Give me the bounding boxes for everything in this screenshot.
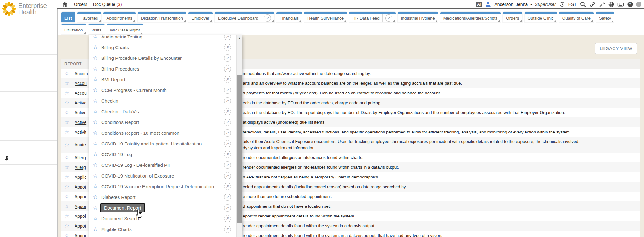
sidebar-item[interactable] <box>0 128 57 141</box>
sidebar-item[interactable] <box>0 141 57 153</box>
open-in-new-section[interactable]: ↗ <box>224 129 231 137</box>
open-in-new-section[interactable]: ↗ <box>224 44 231 51</box>
report-link[interactable]: Active <box>75 120 89 125</box>
favorite-star-icon[interactable]: ☆ <box>61 80 75 87</box>
dropdown-scrollbar[interactable]: ▲ <box>236 35 242 237</box>
open-in-new-icon[interactable]: ↗ <box>224 161 231 169</box>
open-in-new-icon[interactable]: ↗ <box>385 14 392 22</box>
report-menu-item-label[interactable]: BMI Report <box>101 77 125 82</box>
report-menu-item-label[interactable]: COVID-19 Fatality and In-patient Hospita… <box>101 141 202 146</box>
open-in-new-section[interactable]: ↗ <box>224 35 231 40</box>
favorite-star-icon[interactable]: ☆ <box>91 98 99 104</box>
favorite-star-icon[interactable]: ☆ <box>61 109 75 116</box>
open-in-new-section[interactable]: ↗ <box>224 161 231 169</box>
open-in-new-section[interactable]: ↗ <box>224 151 231 158</box>
tab[interactable]: Orders ↗ <box>503 12 522 22</box>
app-logo[interactable]: Enterprise Health <box>0 0 57 18</box>
favorite-star-icon[interactable]: ☆ <box>91 76 99 83</box>
open-in-new-icon[interactable]: ↗ <box>224 54 231 62</box>
report-menu-item-label[interactable]: Audiometric Testing <box>101 35 142 39</box>
open-in-new-icon[interactable]: ↗ <box>224 119 231 126</box>
favorite-star-icon[interactable]: ☆ <box>61 154 75 161</box>
report-menu-item[interactable]: ☆ COVID-19 Notification of Exposure ↗ <box>89 170 242 181</box>
open-in-new-section[interactable]: ↗ <box>224 172 231 179</box>
open-in-new-icon[interactable]: ↗ <box>224 35 231 40</box>
favorite-star-icon[interactable]: ☆ <box>61 213 75 219</box>
open-in-new-section[interactable]: ↗ <box>224 119 231 126</box>
report-link[interactable]: Active <box>75 100 89 105</box>
favorite-star-icon[interactable]: ☆ <box>61 164 75 171</box>
favorite-star-icon[interactable]: ☆ <box>61 90 75 96</box>
favorite-star-icon[interactable]: ☆ <box>91 205 99 211</box>
report-menu-item-label[interactable]: Billing Procedure Details by Encounter <box>101 55 182 61</box>
favorite-star-icon[interactable]: ☆ <box>91 130 99 136</box>
open-in-new-section[interactable]: ↗ <box>224 76 231 83</box>
favorite-star-icon[interactable]: ☆ <box>91 162 99 168</box>
open-in-new-icon[interactable]: ↗ <box>224 97 231 104</box>
open-in-new-icon[interactable]: ↗ <box>224 215 231 222</box>
tab[interactable]: Quality of Care ↗ <box>559 12 594 22</box>
open-in-new-section[interactable]: ↗ <box>224 194 231 201</box>
report-link[interactable]: Active <box>75 110 89 115</box>
open-in-new-section[interactable]: ↗ <box>224 226 231 233</box>
favorite-star-icon[interactable]: ☆ <box>61 129 75 135</box>
report-link[interactable]: Appoi <box>75 194 89 199</box>
favorite-star-icon[interactable]: ☆ <box>61 203 75 210</box>
avatar-circle[interactable] <box>636 2 641 7</box>
tab[interactable]: Appointments ↗ <box>103 12 136 22</box>
sidebar-item[interactable] <box>0 30 57 42</box>
open-in-new-section[interactable]: ↗ <box>224 65 231 72</box>
report-menu-item-label[interactable]: Conditions Report <box>101 120 139 125</box>
tab[interactable]: Industrial Hygiene ↗ <box>398 12 438 22</box>
report-link[interactable]: Activit <box>75 130 89 135</box>
report-link[interactable]: Appoi <box>75 184 89 189</box>
report-link[interactable]: Acute <box>75 142 89 147</box>
favorite-star-icon[interactable]: ☆ <box>91 108 99 115</box>
tab-external-section[interactable]: ↗ <box>382 14 392 22</box>
report-link[interactable]: Appoi <box>75 204 89 209</box>
open-in-new-icon[interactable]: ↗ <box>224 183 231 190</box>
open-in-new-section[interactable]: ↗ <box>224 54 231 62</box>
report-menu-item-label[interactable]: CCM Progress - Current Month <box>101 87 167 93</box>
sidebar-item[interactable] <box>0 55 57 67</box>
favorite-star-icon[interactable]: ☆ <box>91 194 99 200</box>
report-menu-item[interactable]: ☆ Checkin - DataVis ↗ <box>89 106 242 117</box>
open-in-new-icon[interactable]: ↗ <box>224 129 231 137</box>
favorite-star-icon[interactable]: ☆ <box>91 119 99 126</box>
favorite-star-icon[interactable]: ☆ <box>91 55 99 61</box>
open-in-new-icon[interactable]: ↗ <box>224 140 231 147</box>
open-in-new-icon[interactable]: ↗ <box>224 108 231 115</box>
report-menu-item-label[interactable]: Document Report <box>100 203 145 212</box>
report-menu-item-label[interactable]: Conditions Report - 10 most common <box>101 130 179 136</box>
open-in-new-section[interactable]: ↗ <box>224 204 231 212</box>
report-menu-item[interactable]: ☆ CCM Progress - Current Month ↗ <box>89 85 242 95</box>
open-in-new-icon[interactable]: ↗ <box>224 226 231 233</box>
home-icon[interactable] <box>62 1 68 8</box>
report-menu-item[interactable]: ☆ Checkin ↗ <box>89 95 242 106</box>
tab[interactable]: WR Case Mgmt <box>107 24 143 34</box>
report-menu-item[interactable]: ☆ COVID-19 Vaccine Exemption Request Det… <box>89 181 242 192</box>
open-in-new-icon[interactable]: ↗ <box>224 65 231 72</box>
report-menu-item[interactable]: ☆ COVID-19 Log - De-identified PII ↗ <box>89 160 242 170</box>
favorite-star-icon[interactable]: ☆ <box>91 44 99 51</box>
sidebar-item[interactable] <box>0 116 57 128</box>
tab[interactable]: HR Data Feed ↗ <box>349 12 395 22</box>
report-menu-item[interactable]: ☆ Eligible Charts ↗ <box>89 224 242 234</box>
favorite-star-icon[interactable]: ☆ <box>91 226 99 233</box>
scroll-up-icon[interactable]: ▲ <box>237 35 242 41</box>
favorite-star-icon[interactable]: ☆ <box>61 142 75 148</box>
topbar-link-orders[interactable]: Orders <box>74 2 87 7</box>
favorite-star-icon[interactable]: ☆ <box>61 183 75 190</box>
open-in-new-section[interactable]: ↗ <box>224 183 231 190</box>
favorite-star-icon[interactable]: ☆ <box>61 99 75 106</box>
favorite-star-icon[interactable]: ☆ <box>91 35 99 40</box>
open-in-new-section[interactable]: ↗ <box>224 97 231 104</box>
report-menu-item-label[interactable]: Checkin - DataVis <box>101 109 139 114</box>
open-in-new-icon[interactable]: ↗ <box>224 151 231 158</box>
report-menu-item[interactable]: ☆ Diabetes Report ↗ <box>89 192 242 202</box>
search-icon[interactable] <box>580 1 586 8</box>
open-in-new-section[interactable]: ↗ <box>224 215 231 222</box>
open-in-new-icon[interactable]: ↗ <box>224 194 231 201</box>
favorite-star-icon[interactable]: ☆ <box>91 151 99 158</box>
favorite-star-icon[interactable]: ☆ <box>61 232 75 237</box>
